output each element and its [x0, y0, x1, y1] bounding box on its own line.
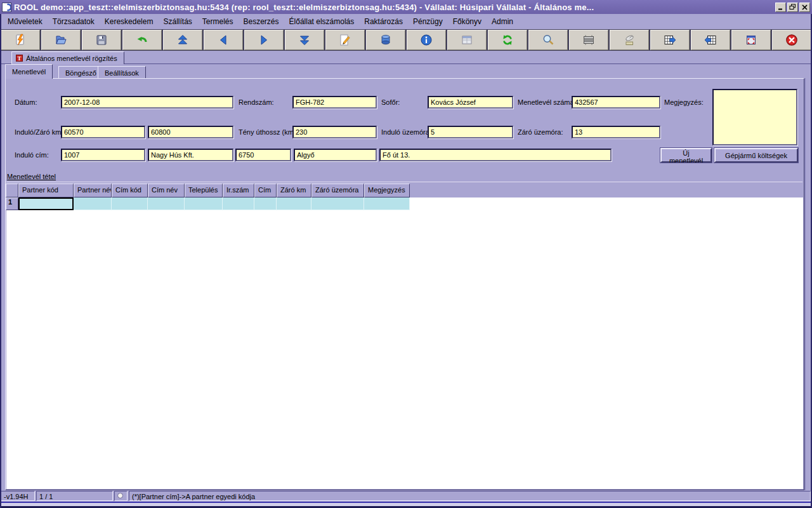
undo-button[interactable]	[122, 30, 162, 50]
edit-button[interactable]	[325, 30, 365, 50]
red-t-badge-icon: T	[16, 55, 23, 62]
exit-button[interactable]	[772, 30, 811, 50]
table-import-button[interactable]	[691, 30, 730, 50]
grid-cell-partner-nev[interactable]	[74, 197, 112, 210]
edit-pencil-icon	[339, 34, 351, 46]
minimize-button[interactable]	[775, 3, 786, 12]
grid-cell-megjegyzes[interactable]	[364, 197, 410, 210]
col-header-zaro-uzemora[interactable]: Záró üzemóra	[311, 184, 364, 197]
col-header-zaro-km[interactable]: Záró km	[277, 184, 311, 197]
grid-empty-area-right	[410, 197, 803, 210]
zaro-uzemora-label: Záró üzemóra:	[518, 128, 563, 136]
menetlevel-szama-label: Menetlevél száma:	[518, 98, 576, 106]
uj-menetlevel-button[interactable]: Új menetlevél	[660, 148, 712, 163]
datum-input[interactable]	[61, 96, 233, 109]
indulo-cim-utca-input[interactable]	[379, 149, 612, 161]
first-record-button[interactable]	[163, 30, 202, 50]
indulo-cim-telepules-input[interactable]	[294, 149, 377, 161]
next-record-button[interactable]	[244, 30, 284, 50]
menu-termeles[interactable]: Termelés	[197, 15, 239, 28]
menetlevel-szama-input[interactable]	[572, 96, 660, 109]
open-folder-icon	[55, 34, 67, 46]
menu-penzugy[interactable]: Pénzügy	[408, 15, 448, 28]
doc-tab-altalanos-menetlevel[interactable]: T Általános menetlevél rögzítés	[11, 51, 124, 64]
grid-cell-cim[interactable]	[254, 197, 277, 210]
grid-cell-cim-nev[interactable]	[148, 197, 185, 210]
grid-cell-zaro-km[interactable]	[277, 197, 311, 210]
indulo-cim-kod-input[interactable]	[61, 149, 145, 161]
save-button[interactable]	[82, 30, 121, 50]
status-indicator	[114, 491, 128, 501]
status-version: -v1.94H	[1, 491, 35, 501]
tab-bongeszo[interactable]: Böngésző	[58, 66, 103, 79]
previous-record-button[interactable]	[204, 30, 243, 50]
content-panel: Dátum: Rendszám: Sofőr: Menetlevél száma…	[5, 78, 804, 490]
menu-beszerzes[interactable]: Beszerzés	[239, 15, 284, 28]
col-header-cim[interactable]: Cím	[254, 184, 277, 197]
double-arrow-up-icon	[176, 34, 189, 46]
teny-uthossz-input[interactable]	[292, 126, 377, 138]
col-header-megjegyzes[interactable]: Megjegyzés	[364, 184, 410, 197]
menu-kereskedelem[interactable]: Kereskedelem	[100, 15, 159, 28]
arrow-left-icon	[217, 34, 230, 46]
indulo-cim-irszam-input[interactable]	[235, 149, 291, 161]
print-button[interactable]	[569, 30, 608, 50]
menu-fokonyv[interactable]: Főkönyv	[448, 15, 487, 28]
indulo-cim-label: Induló cím:	[15, 151, 49, 159]
col-header-cim-nev[interactable]: Cím név	[148, 184, 185, 197]
col-header-telepules[interactable]: Település	[185, 184, 223, 197]
grid-cell-telepules[interactable]	[185, 197, 223, 210]
status-hint: (*)[Partner cím]->A partner egyedi kódja	[129, 491, 811, 501]
tab-beallitasok[interactable]: Beállítások	[98, 66, 146, 79]
doc-tab-label: Általános menetlevél rögzítés	[26, 55, 117, 62]
refresh-button[interactable]	[488, 30, 527, 50]
zaro-uzemora-input[interactable]	[572, 126, 660, 138]
info-button[interactable]	[407, 30, 446, 50]
menu-raktarozas[interactable]: Raktározás	[359, 15, 408, 28]
expand-window-icon	[745, 34, 757, 46]
grid-cell-zaro-uzemora[interactable]	[311, 197, 364, 210]
document-tabbar: T Általános menetlevél rögzítés	[0, 51, 812, 64]
sofor-input[interactable]	[428, 96, 513, 109]
lightning-icon	[14, 34, 27, 46]
indulo-km-input[interactable]	[61, 126, 145, 138]
search-button[interactable]	[528, 30, 568, 50]
undo-arrow-icon	[136, 34, 148, 46]
fullscreen-button[interactable]	[731, 30, 771, 50]
rendszam-label: Rendszám:	[239, 98, 274, 106]
indulo-uzemora-input[interactable]	[428, 126, 513, 138]
menu-torzsadatok[interactable]: Törzsadatok	[48, 15, 100, 28]
window-title: ROOL demo::app_teszt::elelmiszerbiztonsa…	[14, 3, 773, 12]
tab-menetlevel[interactable]: Menetlevél	[5, 64, 53, 79]
app-logo-icon	[2, 3, 11, 12]
megjegyzes-textarea[interactable]	[712, 89, 797, 145]
indulo-zaro-km-label: Induló/Záró km:	[15, 128, 63, 136]
grid-cell-cim-kod[interactable]	[112, 197, 148, 210]
restore-button[interactable]	[787, 3, 798, 12]
grid-cell-irszam[interactable]	[223, 197, 254, 210]
database-button[interactable]	[366, 30, 405, 50]
megjegyzes-label: Megjegyzés:	[664, 98, 704, 106]
table-export-button[interactable]	[650, 30, 690, 50]
menu-szallitas[interactable]: Szállítás	[158, 15, 197, 28]
menu-admin[interactable]: Admin	[487, 15, 518, 28]
col-header-cim-kod[interactable]: Cím kód	[112, 184, 148, 197]
menubar: Műveletek Törzsadatok Kereskedelem Száll…	[0, 14, 812, 29]
menu-eloallat-elszamolas[interactable]: Élőállat elszámolás	[284, 15, 360, 28]
status-indicator-icon	[117, 493, 123, 498]
col-header-partner-nev[interactable]: Partner név	[74, 184, 112, 197]
rendszam-input[interactable]	[292, 96, 377, 109]
export-device-button[interactable]	[610, 30, 649, 50]
open-button[interactable]	[41, 30, 81, 50]
col-header-partner-kod[interactable]: Partner kód	[18, 184, 74, 197]
close-button[interactable]	[799, 3, 810, 12]
gepjarmu-koltsegek-button[interactable]: Gépjármű költségek	[714, 148, 798, 163]
indulo-cim-nev-input[interactable]	[148, 149, 233, 161]
last-record-button[interactable]	[285, 30, 324, 50]
form-view-button[interactable]	[447, 30, 487, 50]
menu-muveletek[interactable]: Műveletek	[3, 15, 48, 28]
zaro-km-input[interactable]	[148, 126, 233, 138]
col-header-irszam[interactable]: Ir.szám	[223, 184, 254, 197]
grid-cell-partner-kod[interactable]	[18, 197, 74, 210]
new-record-button[interactable]	[1, 30, 40, 50]
